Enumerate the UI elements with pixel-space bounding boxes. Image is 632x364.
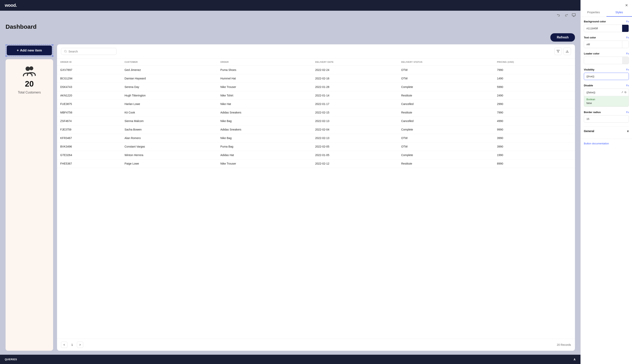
visibility-fx[interactable]: Fx — [626, 68, 629, 71]
disable-wrapper: {{false}} ↗ ⧉ Boolean false — [584, 88, 629, 107]
text-color-section: Text color Fx — [584, 36, 629, 48]
text-color-swatch[interactable] — [622, 41, 629, 48]
pagination: < 1 > 20 Records — [57, 339, 575, 351]
disable-boolean-label: Boolean — [586, 98, 626, 101]
cell-order_id: ZSF4674 — [57, 117, 121, 125]
right-panel: ✕ Properties Styles Background color Fx … — [580, 0, 632, 364]
cell-customer: Sacha Bowen — [121, 125, 217, 134]
queries-label: QUERIES — [5, 358, 17, 361]
cell-order: Adidas Hat — [217, 151, 312, 160]
download-button[interactable] — [563, 48, 571, 55]
border-radius-label: Border radius Fx — [584, 111, 629, 114]
visibility-input[interactable]: {{true}} — [584, 73, 629, 80]
tab-styles[interactable]: Styles — [606, 8, 632, 17]
cell-order_id: MBF4756 — [57, 108, 121, 117]
redo-icon[interactable] — [563, 12, 569, 18]
cell-delivery_date: 2022-02-15 — [312, 108, 398, 117]
search-input[interactable] — [69, 50, 114, 53]
cell-order: Nike Trouser — [217, 83, 312, 91]
right-content: Background color Fx Text color Fx Loader… — [581, 17, 632, 139]
cell-customer: Ged Jimenez — [121, 66, 217, 74]
table-toolbar — [57, 44, 575, 58]
table-row: AKN1220Hugh TitteringtonNike Tshirt2022-… — [57, 91, 575, 100]
bg-color-fx[interactable]: Fx — [626, 20, 629, 23]
cell-order: Puma Bag — [217, 142, 312, 151]
cell-pricing: 3990 — [494, 142, 575, 151]
cell-customer: Hugh Titterington — [121, 91, 217, 100]
external-link-icon[interactable]: ↗ — [621, 91, 623, 94]
next-page-button[interactable]: > — [77, 342, 83, 348]
disable-fx[interactable]: Fx — [626, 84, 629, 87]
border-radius-fx[interactable]: Fx — [626, 111, 629, 114]
cell-delivery_date: 2022-02-24 — [312, 66, 398, 74]
users-icon — [22, 65, 37, 77]
cell-delivery_date: 2022-01-28 — [312, 83, 398, 91]
table-row: BCG1294Damian HaywardHummel Hat2022-02-1… — [57, 74, 575, 83]
bg-color-label: Background color Fx — [584, 20, 629, 23]
cell-delivery_status: Restitute — [398, 91, 494, 100]
cell-order: Nike Trouser — [217, 160, 312, 168]
undo-icon[interactable] — [556, 12, 561, 18]
text-color-fx[interactable]: Fx — [626, 36, 629, 39]
cell-order_id: FUE3875 — [57, 100, 121, 108]
cell-order_id: GTE3264 — [57, 151, 121, 160]
search-icon — [64, 50, 67, 53]
cell-pricing: 9990 — [494, 125, 575, 134]
copy-icon[interactable]: ⧉ — [624, 91, 626, 94]
cell-order: Nike Tshirt — [217, 91, 312, 100]
table-row: DSK4743Serena DayNike Trouser2022-01-28C… — [57, 83, 575, 91]
table-row: GTE3264Winton HerreraAdidas Hat2022-01-0… — [57, 151, 575, 160]
cell-delivery_status: Restitute — [398, 108, 494, 117]
desktop-icon[interactable] — [571, 12, 576, 18]
close-button[interactable]: ✕ — [624, 2, 629, 8]
bg-color-section: Background color Fx — [584, 20, 629, 32]
handle-br[interactable] — [52, 55, 54, 57]
loader-color-label: Loader color Fx — [584, 52, 629, 55]
disable-false-val: false — [586, 102, 626, 104]
cell-delivery_date: 2022-02-13 — [312, 117, 398, 125]
cell-pricing: 2490 — [494, 91, 575, 100]
cell-pricing: 8990 — [494, 160, 575, 168]
handle-tr[interactable] — [52, 44, 54, 46]
tab-properties[interactable]: Properties — [581, 8, 606, 17]
cell-order_id: BVK3496 — [57, 142, 121, 151]
svg-rect-0 — [572, 14, 575, 16]
refresh-row: Refresh — [6, 33, 575, 42]
text-color-input[interactable] — [584, 41, 622, 48]
stats-label: Total Customers — [18, 91, 41, 94]
cell-customer: Damian Hayward — [121, 74, 217, 83]
prev-page-button[interactable]: < — [61, 342, 67, 348]
add-new-item-button[interactable]: + Add new item — [7, 46, 52, 55]
visibility-label: Visibility Fx — [584, 68, 629, 71]
cell-delivery_status: Complete — [398, 83, 494, 91]
handle-tl[interactable] — [6, 44, 7, 46]
orders-table: ORDER ID CUSTOMER ORDER DELIVERY DATE DE… — [57, 58, 575, 168]
cell-delivery_status: OTW — [398, 66, 494, 74]
cell-customer: Serena Day — [121, 83, 217, 91]
cell-delivery_status: OTW — [398, 74, 494, 83]
cell-pricing: 7990 — [494, 66, 575, 74]
app-logo: wood. — [5, 3, 17, 8]
cell-delivery_status: OTW — [398, 142, 494, 151]
button-documentation-link[interactable]: Button documentation — [581, 139, 632, 148]
cell-delivery_status: OTW — [398, 134, 494, 142]
cell-pricing: 7990 — [494, 108, 575, 117]
col-customer: CUSTOMER — [121, 58, 217, 66]
general-section[interactable]: General ∨ — [584, 126, 629, 136]
filter-button[interactable] — [554, 48, 562, 55]
page-title: Dashboard — [6, 23, 575, 30]
add-item-wrapper: BUTTON4 🗑 + Add new item — [6, 44, 53, 56]
refresh-button[interactable]: Refresh — [550, 33, 575, 42]
bg-color-swatch[interactable] — [622, 25, 629, 32]
queries-chevron[interactable]: ∧ — [573, 358, 576, 361]
disable-green-section: Boolean false — [584, 96, 629, 106]
handle-bl[interactable] — [6, 55, 7, 57]
border-radius-input[interactable] — [584, 115, 629, 122]
bg-color-input[interactable] — [584, 25, 622, 32]
loader-color-input[interactable] — [584, 57, 622, 64]
table-row: MBF4756Kit CookAdidas Sneakers2022-02-15… — [57, 108, 575, 117]
loader-color-swatch[interactable] — [622, 57, 629, 64]
icon-bar — [0, 11, 580, 20]
loader-color-fx[interactable]: Fx — [626, 52, 629, 55]
cell-pricing: 3990 — [494, 134, 575, 142]
